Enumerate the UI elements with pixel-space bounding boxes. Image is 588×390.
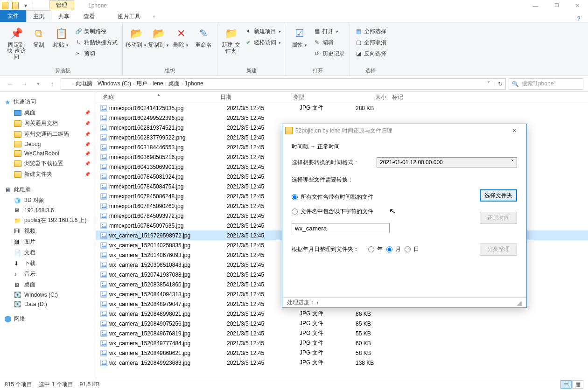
radio-month[interactable]: 月 bbox=[386, 245, 401, 253]
table-row[interactable]: wx_camera_1520849777484.jpg2021/3/5 12:4… bbox=[96, 338, 588, 348]
ribbon-collapse-icon[interactable]: ˄ bbox=[147, 15, 161, 22]
sidebar-item[interactable]: ⬇下载 bbox=[5, 258, 96, 269]
select-all-button[interactable]: ▦全部选择 bbox=[353, 26, 388, 36]
table-row[interactable]: wx_camera_1520848998021.jpg2021/3/5 12:4… bbox=[96, 309, 588, 319]
sidebar-item[interactable]: WeChatRobot📌 bbox=[5, 149, 96, 158]
radio-contains-input[interactable] bbox=[292, 209, 298, 215]
dialog-close-button[interactable]: ✕ bbox=[505, 125, 524, 136]
help-icon[interactable]: ? bbox=[572, 15, 585, 22]
qat-folder2-icon[interactable] bbox=[10, 0, 21, 11]
col-type[interactable]: 类型 bbox=[290, 93, 346, 101]
open-button[interactable]: ▦打开▸ bbox=[311, 26, 347, 36]
view-icons-button[interactable]: ▦ bbox=[572, 380, 583, 389]
sidebar-item[interactable]: 🖼图片 bbox=[5, 237, 96, 247]
sidebar-item[interactable]: 🖥桌面 bbox=[5, 279, 96, 290]
navsec-thispc[interactable]: 🖥此电脑 bbox=[5, 184, 96, 195]
col-name[interactable]: ▲名称 bbox=[100, 93, 217, 101]
radio-day[interactable]: 日 bbox=[405, 245, 419, 253]
address-bar[interactable]: › 此电脑›Windows (C:)›用户›lene›桌面›1phone ˅ ↻ bbox=[61, 78, 506, 90]
sidebar-item[interactable]: 💽Data (D:) bbox=[5, 299, 96, 309]
col-size[interactable]: 大小 bbox=[346, 93, 389, 101]
nav-forward-button[interactable]: → bbox=[19, 78, 30, 90]
refresh-icon[interactable]: ↻ bbox=[494, 81, 505, 87]
history-button[interactable]: ↺历史记录 bbox=[311, 49, 347, 59]
radio-year[interactable]: 年 bbox=[368, 245, 383, 253]
sidebar-item[interactable]: 📁public(在 192.168.3.6 上) bbox=[5, 215, 96, 226]
view-details-button[interactable]: ≣ bbox=[560, 380, 572, 389]
nav-back-button[interactable]: ← bbox=[5, 78, 16, 90]
tab-file[interactable]: 文件 bbox=[0, 10, 26, 22]
select-none-button[interactable]: ▢全部取消 bbox=[353, 37, 388, 48]
table-row[interactable]: wx_camera_1520849923683.jpg2021/3/5 12:4… bbox=[96, 358, 588, 368]
format-combo[interactable]: 2021-01-01 12.00.00.000 ˅ bbox=[377, 157, 517, 167]
copy-button[interactable]: ⧉复制 bbox=[28, 24, 49, 66]
delete-button[interactable]: ✕删除▼ bbox=[170, 24, 192, 66]
col-date[interactable]: 日期 bbox=[217, 93, 290, 101]
breadcrumb[interactable]: lene bbox=[151, 80, 165, 87]
table-row[interactable]: wx_camera_1520849075256.jpg2021/3/5 12:4… bbox=[96, 319, 588, 328]
table-row[interactable]: wx_camera_1520849860621.jpg2021/3/5 12:4… bbox=[96, 348, 588, 358]
radio-all-files[interactable]: 所有文件名带有时间戳的文件 bbox=[292, 193, 474, 201]
breadcrumb[interactable]: 用户 bbox=[134, 80, 149, 87]
context-tab[interactable]: 管理 bbox=[49, 0, 74, 10]
table-row[interactable]: wx_camera_1520849676819.jpg2021/3/5 12:4… bbox=[96, 328, 588, 338]
rename-button[interactable]: ✎重命名 bbox=[193, 24, 214, 66]
table-row[interactable]: mmexport1602414125035.jpg2021/3/5 12:45J… bbox=[96, 103, 588, 113]
tab-picture-tools[interactable]: 图片工具 bbox=[111, 10, 147, 22]
pin-quickaccess-button[interactable]: 📌固定到快 速访问 bbox=[6, 24, 27, 66]
sidebar-item[interactable]: 💽Windows (C:) bbox=[5, 290, 96, 299]
nav-up-button[interactable]: ↑ bbox=[47, 78, 58, 90]
tab-view[interactable]: 查看 bbox=[77, 10, 102, 22]
sidebar-item[interactable]: ♪音乐 bbox=[5, 269, 96, 279]
tab-home[interactable]: 主页 bbox=[26, 10, 51, 22]
col-tag[interactable]: 标记 bbox=[389, 93, 427, 101]
paste-shortcut-button[interactable]: ↳粘贴快捷方式 bbox=[73, 37, 119, 48]
properties-button[interactable]: ☑属性▼ bbox=[289, 24, 310, 66]
qat-folder-icon[interactable] bbox=[0, 0, 10, 11]
select-folder-button[interactable]: 选择文件夹 bbox=[480, 189, 517, 202]
radio-contains[interactable]: 文件名中包含以下字符的文件 bbox=[292, 208, 474, 216]
sidebar-item[interactable]: Debug📌 bbox=[5, 139, 96, 149]
sidebar-item[interactable]: 🖥192.168.3.6 bbox=[5, 206, 96, 215]
new-folder-button[interactable]: 📁新建 文件夹 bbox=[220, 24, 242, 66]
navigation-pane[interactable]: ★快速访问 桌面📌网关通用文档📌苏州交通码二维码📌Debug📌WeChatRob… bbox=[0, 92, 96, 379]
resize-grip-icon[interactable]: ◢ bbox=[517, 299, 522, 306]
maximize-button[interactable]: ☐ bbox=[546, 0, 567, 11]
table-row[interactable]: mmexport1602499522396.jpg2021/3/5 12:45 bbox=[96, 113, 588, 123]
sidebar-item[interactable]: 新建文件夹📌 bbox=[5, 169, 96, 180]
paste-button[interactable]: 📋粘贴▼ bbox=[50, 24, 72, 66]
sidebar-item[interactable]: 桌面📌 bbox=[5, 107, 96, 118]
restore-time-button[interactable]: 还原时间 bbox=[480, 212, 517, 224]
cut-button[interactable]: ✂剪切 bbox=[73, 49, 119, 59]
qat-dropdown-icon[interactable]: ▾ bbox=[21, 0, 31, 11]
breadcrumb[interactable]: 此电脑 bbox=[74, 80, 94, 87]
search-input[interactable]: 🔍 搜索"1phone" bbox=[509, 78, 583, 90]
new-item-button[interactable]: ✦新建项目▸ bbox=[243, 26, 283, 36]
sidebar-item[interactable]: 浏览器下载位置📌 bbox=[5, 158, 96, 169]
navsec-network[interactable]: 网络 bbox=[5, 313, 96, 324]
nav-history-button[interactable]: ▼ bbox=[33, 78, 44, 90]
copy-path-button[interactable]: 🔗复制路径 bbox=[73, 26, 119, 36]
move-to-button[interactable]: 📂移动到▼ bbox=[126, 24, 147, 66]
easy-access-button[interactable]: ✔轻松访问▸ bbox=[243, 37, 283, 48]
navsec-quick[interactable]: ★快速访问 bbox=[5, 97, 96, 107]
sidebar-item[interactable]: 📄文档 bbox=[5, 247, 96, 258]
chevron-icon[interactable]: › bbox=[71, 82, 73, 86]
close-button[interactable]: ✕ bbox=[567, 0, 588, 11]
sidebar-item[interactable]: 网关通用文档📌 bbox=[5, 118, 96, 129]
sidebar-item[interactable]: 🧊3D 对象 bbox=[5, 195, 96, 206]
minimize-button[interactable]: — bbox=[525, 0, 546, 11]
sort-button[interactable]: 分类整理 bbox=[480, 244, 517, 256]
breadcrumb[interactable]: 桌面 bbox=[167, 80, 182, 87]
sidebar-item[interactable]: 苏州交通码二维码📌 bbox=[5, 129, 96, 139]
tab-share[interactable]: 共享 bbox=[51, 10, 77, 22]
copy-to-button[interactable]: 📂复制到▼ bbox=[148, 24, 169, 66]
contains-input[interactable] bbox=[292, 223, 390, 233]
breadcrumb[interactable]: 1phone bbox=[183, 80, 205, 87]
sidebar-item[interactable]: 🎞视频 bbox=[5, 226, 96, 237]
edit-button[interactable]: ✎编辑 bbox=[311, 37, 347, 48]
invert-selection-button[interactable]: ◪反向选择 bbox=[353, 49, 388, 59]
listview-header[interactable]: ▲名称 日期 类型 大小 标记 bbox=[96, 92, 588, 103]
dialog-titlebar[interactable]: 52pojie.cn by lene 时间还原与文件归理 ✕ bbox=[282, 124, 526, 137]
breadcrumb[interactable]: Windows (C:) bbox=[96, 80, 133, 87]
